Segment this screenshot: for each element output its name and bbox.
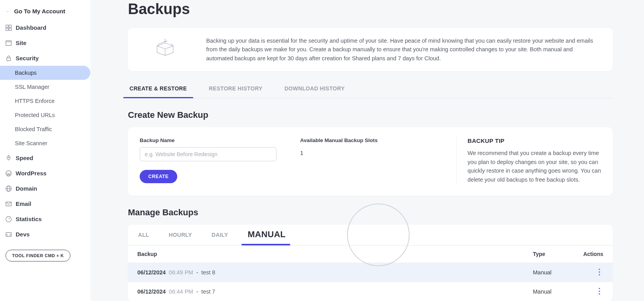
- svg-rect-4: [6, 41, 11, 45]
- main-content: Backups Backing up your data is essentia…: [90, 0, 644, 301]
- sidebar-item-email[interactable]: Email: [0, 196, 90, 211]
- tool-finder-label: TOOL FINDER CMD + K: [12, 253, 64, 258]
- sidebar-item-statistics[interactable]: Statistics: [0, 211, 90, 227]
- go-to-my-account-link[interactable]: ← Go To My Account: [0, 5, 90, 20]
- sidebar-item-label: Dashboard: [16, 24, 46, 31]
- tab-create-restore[interactable]: CREATE & RESTORE: [128, 80, 189, 98]
- row-time: 06:44 PM: [169, 288, 193, 295]
- sidebar-item-domain[interactable]: Domain: [0, 181, 90, 196]
- sidebar-item-wordpress[interactable]: WordPress: [0, 166, 90, 181]
- row-type: Manual: [533, 288, 576, 295]
- wordpress-icon: [5, 170, 12, 177]
- row-actions-menu[interactable]: ⋮: [595, 267, 603, 276]
- page-title: Backups: [128, 1, 613, 18]
- svg-rect-6: [7, 58, 11, 61]
- tab-label: CREATE & RESTORE: [130, 85, 187, 92]
- filter-tab-daily[interactable]: DAILY: [211, 225, 229, 245]
- sidebar-subitem-protected[interactable]: Protected URLs: [0, 108, 90, 122]
- sidebar-item-label: WordPress: [16, 170, 47, 177]
- sidebar-item-security[interactable]: Security: [0, 50, 90, 66]
- sidebar-item-dashboard[interactable]: Dashboard: [0, 20, 90, 35]
- slots-label: Available Manual Backup Slots: [300, 137, 378, 143]
- sidebar-subitem-label: Site Scanner: [15, 140, 47, 146]
- sidebar-item-speed[interactable]: Speed: [0, 150, 90, 166]
- col-header-actions: Actions: [576, 251, 603, 257]
- row-type: Manual: [533, 269, 576, 276]
- tab-download-history[interactable]: DOWNLOAD HISTORY: [283, 80, 346, 98]
- svg-rect-1: [9, 25, 11, 27]
- row-name: test 8: [201, 269, 215, 276]
- filter-tab-hourly[interactable]: HOURLY: [168, 225, 193, 245]
- create-button-label: CREATE: [148, 174, 169, 179]
- sidebar-subitem-label: HTTPS Enforce: [15, 98, 55, 104]
- sidebar-subitem-label: Backups: [15, 70, 37, 76]
- arrow-left-icon: ←: [5, 8, 11, 14]
- site-icon: [5, 40, 12, 46]
- sidebar-subitem-ssl[interactable]: SSL Manager: [0, 80, 90, 94]
- table-header: Backup Type Actions: [128, 245, 613, 263]
- box-icon: [140, 36, 191, 60]
- sidebar-subitem-blocked[interactable]: Blocked Traffic: [0, 122, 90, 136]
- sidebar: ← Go To My Account Dashboard Site Securi…: [0, 0, 90, 301]
- tab-restore-history[interactable]: RESTORE HISTORY: [207, 80, 264, 98]
- sidebar-item-devs[interactable]: Devs: [0, 227, 90, 242]
- filter-tab-label: MANUAL: [248, 229, 286, 239]
- create-section-title: Create New Backup: [128, 110, 613, 120]
- manage-backups-card: ALL HOURLY DAILY MANUAL Backup Type Acti…: [128, 225, 613, 301]
- filter-tab-label: HOURLY: [169, 232, 192, 238]
- row-actions-menu[interactable]: ⋮: [595, 287, 603, 295]
- svg-rect-12: [6, 202, 11, 206]
- sidebar-item-site[interactable]: Site: [0, 35, 90, 50]
- backup-name-label: Backup Name: [140, 137, 277, 143]
- intro-card: Backing up your data is essential for th…: [128, 28, 613, 71]
- sidebar-subitem-label: Blocked Traffic: [15, 126, 52, 132]
- sidebar-subitem-scanner[interactable]: Site Scanner: [0, 136, 90, 150]
- tip-title: BACKUP TIP: [468, 137, 601, 144]
- backup-name-input[interactable]: [140, 147, 277, 161]
- tab-label: RESTORE HISTORY: [209, 85, 263, 92]
- manage-section-title: Manage Backups: [128, 207, 613, 218]
- sidebar-subitem-label: SSL Manager: [15, 84, 49, 90]
- backup-tip: BACKUP TIP We recommend that you create …: [456, 137, 601, 184]
- create-button[interactable]: CREATE: [140, 170, 177, 183]
- tab-label: DOWNLOAD HISTORY: [284, 85, 345, 92]
- filter-tab-all[interactable]: ALL: [137, 225, 150, 245]
- tip-text: We recommend that you create a backup ev…: [468, 149, 601, 184]
- sidebar-item-label: Statistics: [16, 216, 42, 222]
- intro-text: Backing up your data is essential for th…: [206, 36, 601, 63]
- filter-tab-manual[interactable]: MANUAL: [247, 225, 286, 245]
- sidebar-item-label: Devs: [16, 231, 30, 238]
- sidebar-item-label: Email: [16, 200, 31, 207]
- gauge-icon: [5, 216, 12, 222]
- sidebar-item-label: Domain: [16, 185, 37, 192]
- row-name: test 7: [201, 288, 215, 295]
- lock-icon: [5, 55, 12, 61]
- create-backup-card: Backup Name Available Manual Backup Slot…: [128, 127, 613, 196]
- row-separator: -: [196, 269, 198, 276]
- filter-tab-label: DAILY: [212, 232, 228, 238]
- filter-tab-label: ALL: [138, 232, 149, 238]
- sidebar-subitem-backups[interactable]: Backups: [0, 66, 90, 80]
- tool-finder-button[interactable]: TOOL FINDER CMD + K: [5, 250, 70, 261]
- table-row: 06/12/2024 06:44 PM - test 7 Manual ⋮: [128, 282, 613, 301]
- svg-rect-0: [6, 25, 8, 27]
- row-date: 06/12/2024: [137, 269, 166, 276]
- row-time: 06:49 PM: [169, 269, 193, 276]
- rocket-icon: [5, 155, 12, 161]
- row-date: 06/12/2024: [137, 288, 166, 295]
- dashboard-icon: [5, 25, 12, 31]
- content-tabs: CREATE & RESTORE RESTORE HISTORY DOWNLOA…: [128, 80, 613, 98]
- mail-icon: [5, 201, 12, 207]
- sidebar-subitem-label: Protected URLs: [15, 112, 55, 118]
- svg-rect-2: [6, 28, 8, 31]
- slots-value: 1: [300, 147, 378, 156]
- table-row: 06/12/2024 06:49 PM - test 8 Manual ⋮: [128, 263, 613, 282]
- col-header-type: Type: [533, 251, 576, 257]
- sidebar-subitem-https[interactable]: HTTPS Enforce: [0, 94, 90, 108]
- sidebar-item-label: Speed: [16, 155, 33, 161]
- sidebar-item-label: Security: [16, 55, 39, 61]
- go-account-label: Go To My Account: [14, 8, 65, 14]
- row-separator: -: [196, 288, 198, 295]
- svg-point-7: [8, 157, 9, 157]
- filter-tabs: ALL HOURLY DAILY MANUAL: [128, 225, 613, 245]
